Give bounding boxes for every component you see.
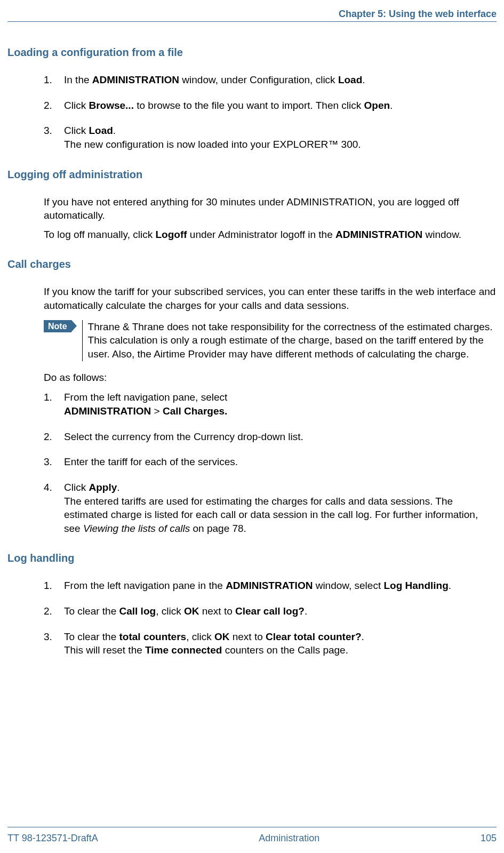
footer-left: TT 98-123571-DraftA	[7, 832, 98, 844]
list-item: 3. Enter the tariff for each of the serv…	[44, 455, 497, 469]
continuation: This will reset the Time connected count…	[64, 643, 497, 657]
text: next to	[229, 631, 266, 642]
bold: Clear total counter?	[266, 631, 361, 642]
list-item: 3. Click Load. The new configuration is …	[44, 124, 497, 151]
italic: Viewing the lists of calls	[83, 523, 190, 534]
step-number: 1.	[44, 390, 52, 404]
text: To clear the	[64, 631, 119, 642]
text: .	[305, 605, 307, 617]
list-item: 2. To clear the Call log, click OK next …	[44, 604, 497, 618]
bold: Open	[364, 100, 390, 111]
page-footer: TT 98-123571-DraftA Administration 105	[7, 832, 497, 844]
charges-intro: If you know the tariff for your subscrib…	[44, 285, 497, 312]
bold: total counters	[119, 631, 187, 642]
text: window, select	[313, 580, 383, 591]
loading-steps: 1. In the ADMINISTRATION window, under C…	[44, 73, 497, 152]
text: .	[390, 100, 393, 111]
section-heading-logoff: Logging off administration	[7, 168, 497, 182]
note-badge: Note	[44, 320, 71, 333]
text: window.	[422, 229, 461, 240]
text: To log off manually, click	[44, 229, 155, 240]
list-item: 1. From the left navigation pane, select…	[44, 390, 497, 418]
text: Select the currency from the Currency dr…	[64, 431, 303, 442]
bold: ADMINISTRATION	[64, 405, 151, 417]
bold: OK	[214, 631, 230, 642]
text: From the left navigation pane in the	[64, 580, 226, 591]
text: Click	[64, 125, 89, 136]
step-number: 1.	[44, 73, 52, 87]
bold: Log Handling	[383, 580, 448, 591]
step-number: 4.	[44, 481, 52, 495]
text: Click	[64, 100, 89, 111]
text: ADMINISTRATION > Call Charges.	[64, 404, 497, 418]
header-rule	[7, 21, 497, 22]
bold: ADMINISTRATION	[335, 229, 422, 240]
list-item: 1. In the ADMINISTRATION window, under C…	[44, 73, 497, 87]
text: Click	[64, 482, 89, 493]
loghandling-steps: 1. From the left navigation pane in the …	[44, 579, 497, 657]
continuation: The new configuration is now loaded into…	[64, 138, 497, 152]
step-number: 1.	[44, 579, 52, 593]
charges-steps: 1. From the left navigation pane, select…	[44, 390, 497, 535]
section-heading-charges: Call charges	[7, 257, 497, 272]
section-heading-loghandling: Log handling	[7, 551, 497, 565]
bold: Time connected	[145, 644, 222, 656]
step-number: 2.	[44, 99, 52, 113]
paragraph: Do as follows:	[44, 371, 497, 385]
bold: ADMINISTRATION	[92, 74, 179, 85]
text: To clear the	[64, 605, 119, 617]
bold: Clear call log?	[235, 605, 305, 617]
list-item: 3. To clear the total counters, click OK…	[44, 630, 497, 657]
bold: Logoff	[155, 229, 187, 240]
section-heading-loading: Loading a configuration from a file	[7, 45, 497, 60]
page-content: Loading a configuration from a file 1. I…	[7, 45, 497, 669]
text: .	[362, 631, 364, 642]
text: to browse to the file you want to import…	[134, 100, 364, 111]
step-number: 2.	[44, 604, 52, 618]
text: This will reset the	[64, 644, 145, 656]
step-number: 3.	[44, 455, 52, 469]
bold: Call log	[119, 605, 156, 617]
text: >	[151, 405, 163, 417]
bold: Call Charges.	[163, 405, 227, 417]
logoff-body: If you have not entered anything for 30 …	[44, 195, 497, 242]
text: In the	[64, 74, 92, 85]
list-item: 1. From the left navigation pane in the …	[44, 579, 497, 593]
text: Enter the tariff for each of the service…	[64, 456, 238, 467]
paragraph: To log off manually, click Logoff under …	[44, 228, 497, 242]
bold: ADMINISTRATION	[226, 580, 313, 591]
bold: OK	[184, 605, 199, 617]
paragraph: If you have not entered anything for 30 …	[44, 195, 497, 222]
text: on page 78.	[190, 523, 246, 534]
text: counters on the Calls page.	[222, 644, 348, 656]
footer-rule	[7, 827, 497, 827]
bold: Browse...	[89, 100, 133, 111]
text: .	[117, 482, 119, 493]
list-item: 4. Click Apply. The entered tariffs are …	[44, 481, 497, 536]
step-number: 2.	[44, 430, 52, 444]
text: .	[362, 74, 365, 85]
note-text: Thrane & Thrane does not take responsibi…	[82, 320, 497, 361]
step-number: 3.	[44, 124, 52, 138]
text: .	[113, 125, 116, 136]
bold: Apply	[89, 482, 117, 493]
text: next to	[199, 605, 235, 617]
text: window, under Configuration, click	[179, 74, 338, 85]
text: , click	[156, 605, 184, 617]
note-block: Note Thrane & Thrane does not take respo…	[44, 320, 497, 361]
bold: Load	[89, 125, 113, 136]
charges-do: Do as follows:	[44, 371, 497, 385]
footer-center: Administration	[259, 832, 319, 844]
text: From the left navigation pane, select	[64, 390, 497, 404]
text: .	[449, 580, 451, 591]
bold: Load	[338, 74, 362, 85]
list-item: 2. Click Browse... to browse to the file…	[44, 99, 497, 113]
text: , click	[186, 631, 214, 642]
text: under Administrator logoff in the	[187, 229, 335, 240]
paragraph: If you know the tariff for your subscrib…	[44, 285, 497, 312]
continuation: The entered tariffs are used for estimat…	[64, 495, 497, 536]
step-number: 3.	[44, 630, 52, 644]
list-item: 2. Select the currency from the Currency…	[44, 430, 497, 444]
footer-page-number: 105	[481, 832, 497, 844]
chapter-header: Chapter 5: Using the web interface	[339, 7, 497, 20]
